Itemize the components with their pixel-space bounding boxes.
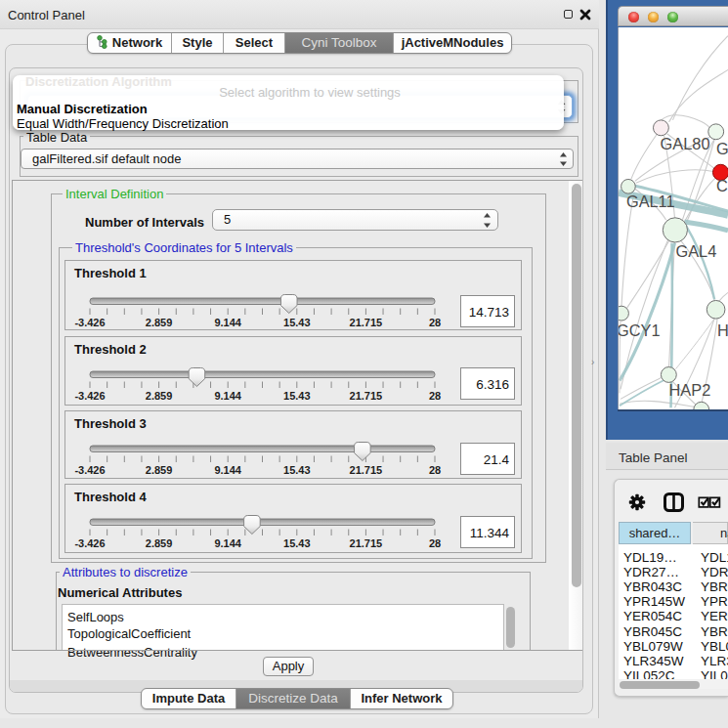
svg-text:HAP2: HAP2: [669, 381, 711, 399]
svg-text:2.859: 2.859: [146, 317, 173, 328]
svg-text:28: 28: [429, 537, 441, 549]
svg-text:28: 28: [429, 389, 441, 401]
svg-text:9.144: 9.144: [214, 389, 241, 401]
svg-text:GCY1: GCY1: [618, 321, 661, 339]
svg-text:H: H: [717, 321, 728, 339]
svg-text:2.859: 2.859: [146, 537, 173, 549]
svg-text:C: C: [716, 177, 728, 194]
svg-text:9.144: 9.144: [214, 464, 241, 476]
svg-text:15.43: 15.43: [283, 464, 311, 476]
svg-text:-3.426: -3.426: [74, 537, 105, 549]
svg-text:15.43: 15.43: [283, 389, 311, 401]
svg-text:2.859: 2.859: [146, 389, 173, 401]
svg-text:GA: GA: [716, 140, 728, 157]
svg-text:GAL4: GAL4: [675, 242, 716, 260]
svg-text:21.715: 21.715: [350, 317, 383, 328]
svg-text:GAL11: GAL11: [626, 193, 675, 210]
svg-text:9.144: 9.144: [214, 317, 241, 328]
svg-text:21.715: 21.715: [350, 464, 383, 476]
svg-text:28: 28: [429, 464, 441, 476]
svg-text:GAL80: GAL80: [661, 135, 710, 152]
svg-text:-3.426: -3.426: [74, 317, 105, 328]
svg-text:2.859: 2.859: [146, 464, 173, 476]
svg-text:-3.426: -3.426: [74, 464, 105, 476]
svg-text:21.715: 21.715: [350, 389, 383, 401]
svg-text:9.144: 9.144: [214, 537, 241, 549]
svg-text:28: 28: [429, 317, 441, 328]
svg-text:15.43: 15.43: [283, 317, 311, 328]
svg-text:21.715: 21.715: [350, 537, 383, 549]
svg-text:15.43: 15.43: [283, 537, 311, 549]
svg-text:-3.426: -3.426: [74, 389, 105, 401]
